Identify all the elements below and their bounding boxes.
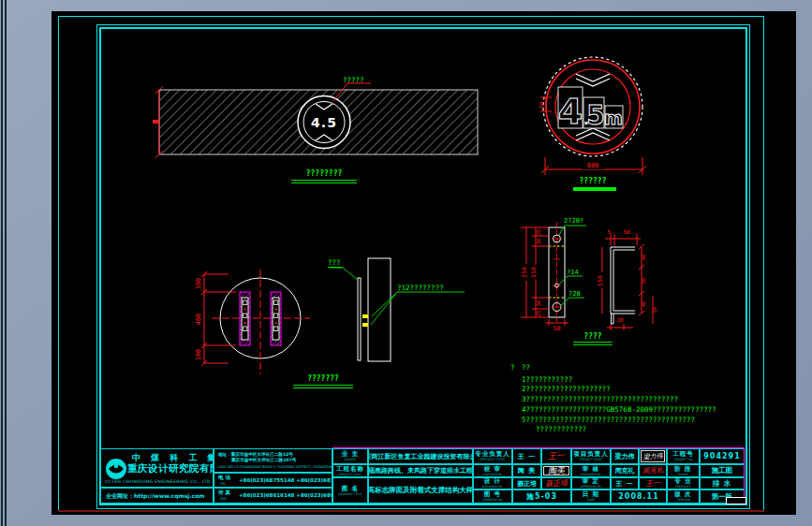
plate-tag-underline (328, 267, 342, 268)
approver-signature: 王一 (639, 477, 667, 489)
designer-label: 设 计 DESIGNED BY (473, 477, 512, 489)
bracket-caption-underline-2 (573, 344, 613, 345)
bolt-top (362, 314, 368, 318)
dim-150-plate: 150 (530, 267, 538, 278)
dim-400: 400 (195, 314, 202, 326)
drawing-no-value: 施5-03 (512, 489, 571, 504)
beam-caption-underline-1 (291, 180, 357, 181)
note-line-1: 1??????????? (522, 375, 572, 384)
sign-plate-side (358, 278, 361, 360)
spec-chief-value: 王 一 (512, 448, 541, 464)
note-line-5: 5???????????????????????????????????????… (522, 416, 695, 424)
flange-view: 100 400 100 (195, 270, 310, 374)
dim-50-mid: 50 (641, 278, 646, 285)
drawing-title-value: 限高标志牌面及附着式支撑结构大样图 (368, 477, 473, 504)
channel-section-view: 5 50 150 40 50 40 50 30 (597, 228, 657, 330)
spec-chief-signature: 王一 (541, 448, 571, 464)
flange-caption: ??????? (295, 374, 351, 383)
drawing-no-label: 图 号 DRAWING No (473, 489, 512, 504)
sign-detail-caption-bar (573, 187, 616, 191)
flange-caption-underline-1 (293, 385, 353, 386)
examiner-signature: 周克礼 (639, 464, 667, 477)
dim-5: 5 (607, 228, 611, 235)
dim-30-bottom: 30 (536, 300, 541, 307)
tel-cell: 电 话 TEL +86(023)68755148 +86(023)6872626… (214, 473, 332, 488)
dim-30-top: 30 (536, 239, 541, 245)
fax-cell: 传 真 FAX +86(023)68616148 +86(023)6861680… (214, 488, 332, 504)
bolt-tag: ?12???????? (397, 284, 444, 292)
title-block-top-magenta-line (332, 447, 745, 448)
owner-label: 业 主 OWNER (332, 448, 368, 464)
beam-dim-marker (153, 120, 158, 124)
note-line-3: 3???????????????????????????????????? (522, 395, 678, 403)
dim-100-bottom: 100 (195, 349, 202, 361)
tel-label-en: TEL (220, 482, 226, 486)
company-cell: 中 煤 科 工 集 团 重庆设计研究院有限公司 CCTEG CHONGQING … (100, 448, 214, 488)
note-line-2: 2???????????????????? (522, 385, 611, 393)
approver-label: 审 定 APPROVED BY (571, 477, 611, 489)
sign-detail-caption: ?????? (572, 177, 613, 185)
sign-front-value: 4.5 (309, 115, 339, 130)
dim-150-channel: 150 (597, 275, 604, 286)
designer-value: 聂正培 (512, 477, 541, 489)
dim-600: 600 (587, 162, 599, 169)
checker-label: 校 审 CHECKED BY (473, 464, 512, 477)
proj-chief-label: 项目负责人 PROJECT CHIEF (571, 448, 611, 464)
side-view (330, 258, 465, 361)
bracket-mid-hole-tag: ?14 (567, 269, 579, 277)
dim-250: 250 (521, 267, 528, 278)
tel-label: 电 话 (218, 475, 230, 481)
company-address-en: ADD: NO.12 CHANGJIANG ROAD 2, YUZHONG DI… (218, 465, 332, 469)
bracket-plate-view: 250 150 25 30 30 25 50 (521, 222, 586, 332)
dim-60: 60 (538, 101, 544, 109)
fax-label-en: FAX (220, 497, 227, 501)
dim-50-outer: 50 (652, 307, 657, 314)
checker-signature: 陶美 (541, 464, 571, 477)
checker-value: 陶 美 (512, 464, 541, 477)
proj-no-label: 工程号 PROJECT No (667, 448, 700, 464)
website-label: 企业网址： (106, 492, 134, 499)
drawing-title-label: 图 名 DRAWING TITLE (332, 477, 368, 504)
dim-25-top: 25 (536, 229, 541, 236)
dim-40-a: 40 (641, 255, 646, 261)
date-label: 日 期 DATE (571, 489, 611, 504)
company-address-2: 重庆市渝中区大坪长江二路107号 (231, 458, 296, 463)
beam-caption-underline-2 (291, 183, 357, 183)
proj-chief-signature: 梁力伟 (639, 448, 667, 464)
unit-m: m (604, 108, 623, 128)
proj-no-value: 904291 (700, 448, 745, 464)
bracket-caption: ???? (575, 332, 611, 341)
notes-head-mark: ? (510, 363, 515, 372)
sheet-corner-mark (726, 497, 746, 504)
fax-label: 传 真 (218, 490, 230, 496)
dim-40-b: 40 (641, 301, 646, 308)
plate-tag: ??? (328, 258, 341, 267)
address-cell: 地址：重庆市渝中区大坪长江二路12号 重庆市渝中区大坪长江二路107号 ADD:… (214, 448, 332, 473)
designer-signature: 聂正培 (541, 477, 571, 489)
project-value: 福黑路跨线、来凤路下穿道排水工程 (368, 464, 473, 477)
title-block-right-magenta-line (744, 448, 745, 504)
dim-50-top: 50 (623, 228, 630, 235)
company-name-en: CCTEG CHONGQING ENGINEERING CO., LTD. (105, 479, 213, 484)
dim-50-plate: 50 (554, 325, 561, 332)
specialty-value: 排 水 (700, 477, 745, 489)
company-logo (104, 457, 128, 481)
phase-label: 阶 段 PHASE (667, 464, 700, 477)
spec-chief-label: 专业负责人 SPECIALTY CHIEF (473, 448, 512, 464)
website-url[interactable]: http://www.cqmsj.com (134, 492, 205, 499)
examiner-value: 周克礼 (611, 464, 639, 477)
digit4: 4 (558, 91, 583, 132)
specialty-label: 专 业 SPECIALTY (667, 477, 700, 489)
phase-value: 施工图 (700, 464, 745, 477)
date-value: 2008.11 (611, 489, 667, 504)
fax-value: +86(023)68616148 +86(023)68616800 (239, 493, 332, 499)
beam-caption: ???????? (293, 169, 355, 178)
notes-head: ?? (522, 363, 530, 372)
digit5: 5 (586, 100, 604, 131)
flange-caption-underline-2 (293, 387, 353, 388)
dim-100-top: 100 (195, 278, 202, 290)
proj-chief-value: 梁力伟 (611, 448, 639, 464)
bracket-bottom-hole-tag: ?20 (568, 290, 581, 299)
sign-detail-view: 4 5 m 60 600 (538, 57, 646, 175)
approver-value: 王 一 (611, 477, 639, 489)
